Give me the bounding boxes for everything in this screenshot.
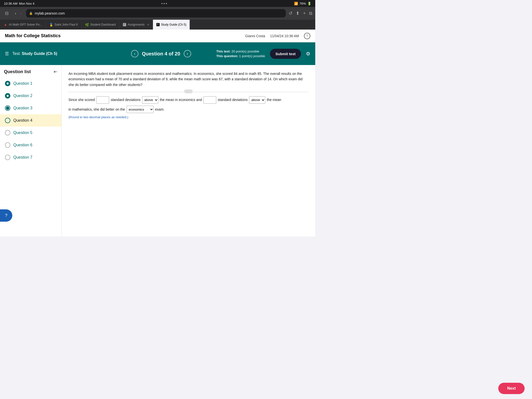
math-std-dev-input[interactable] bbox=[203, 96, 216, 104]
settings-button[interactable]: ⚙ bbox=[306, 51, 310, 57]
question-5-label: Question 5 bbox=[13, 131, 32, 135]
hamburger-menu[interactable]: ☰ bbox=[5, 51, 9, 56]
tab-study-guide-label: Study Guide (Ch 5) bbox=[161, 23, 186, 26]
day: Mon Nov 4 bbox=[19, 2, 34, 5]
forward-button[interactable]: › bbox=[19, 10, 23, 17]
battery-icon: 🔋 bbox=[307, 2, 311, 5]
test-header-left: ☰ Test: Study Guide (Ch 5) bbox=[5, 51, 106, 56]
tab-assignments-icon: 🅿 bbox=[123, 23, 126, 27]
answer-row1-mid: standard deviations bbox=[111, 96, 140, 104]
tab-student-dashboard-icon: 🌿 bbox=[85, 23, 89, 27]
question-item-1[interactable]: Question 1 bbox=[0, 77, 61, 90]
question-1-label: Question 1 bbox=[13, 81, 32, 86]
browser-actions: ↺ ⬆ + ⧉ bbox=[289, 11, 312, 16]
help-bubble[interactable]: ? bbox=[0, 209, 12, 222]
question-6-radio bbox=[5, 142, 10, 148]
exam-choice-select[interactable]: economics mathematics both bbox=[127, 106, 154, 113]
lock-icon: 🔒 bbox=[29, 12, 33, 15]
main-layout: Question list ⇤ Question 1 Question 2 Qu… bbox=[0, 65, 315, 236]
sidebar-header: Question list ⇤ bbox=[0, 65, 61, 77]
new-tab-button[interactable]: + bbox=[303, 11, 306, 16]
test-points: This test: 20 point(s) possible This que… bbox=[216, 49, 265, 59]
page-title: Math for College Statistics bbox=[5, 33, 61, 38]
answer-row2-before: in mathematics, she did better on the bbox=[68, 106, 125, 113]
reload-button[interactable]: ↺ bbox=[289, 11, 292, 16]
math-above-below-select[interactable]: above below bbox=[249, 96, 265, 104]
sidebar-title: Question list bbox=[4, 69, 31, 74]
status-bar: 10:36 AM Mon Nov 4 📶 76% 🔋 bbox=[0, 0, 315, 7]
question-item-2[interactable]: Question 2 bbox=[0, 90, 61, 102]
this-test-points: 20 point(s) possible bbox=[232, 50, 259, 53]
tab-student-dashboard[interactable]: 🌿 Student Dashboard bbox=[82, 20, 119, 30]
question-item-4[interactable]: Question 4 bbox=[0, 114, 61, 127]
submit-test-button[interactable]: Submit test bbox=[270, 49, 301, 59]
tab-study-guide[interactable]: 🅿 Study Guide (Ch 5) bbox=[153, 20, 190, 30]
next-question-button[interactable]: › bbox=[184, 50, 191, 57]
test-label: Test: Study Guide (Ch 5) bbox=[12, 51, 57, 56]
browser-chrome: ⊟ ‹ › 🔒 mylab.pearson.com ↺ ⬆ + ⧉ bbox=[0, 7, 315, 20]
question-2-label: Question 2 bbox=[13, 94, 32, 98]
this-question-label: This question: bbox=[216, 54, 238, 58]
answer-row-1: Since she scored standard deviations abo… bbox=[68, 96, 308, 104]
wifi-icon: 📶 bbox=[294, 2, 298, 5]
question-7-label: Question 7 bbox=[13, 155, 32, 160]
answer-row-2: in mathematics, she did better on the ec… bbox=[68, 106, 308, 113]
content-area: An incoming MBA student took placement e… bbox=[62, 65, 315, 236]
page-header: Math for College Statistics Gianni Costa… bbox=[0, 30, 315, 42]
economics-above-below-select[interactable]: above below bbox=[142, 96, 158, 104]
status-bar-center bbox=[161, 3, 167, 4]
question-4-radio bbox=[5, 118, 10, 123]
tab-ai-math-icon: 🔺 bbox=[3, 23, 7, 27]
browser-tabs: 🔺 AI Math GPT Solver Po... 🏅 Saint John … bbox=[0, 20, 315, 30]
question-4-label: Question 4 bbox=[13, 118, 32, 123]
dot2 bbox=[164, 3, 165, 4]
status-bar-left: 10:36 AM Mon Nov 4 bbox=[4, 2, 34, 5]
divider: · · · bbox=[68, 92, 308, 92]
question-of: Question 4 of 20 bbox=[142, 51, 180, 57]
tab-assignments-close[interactable]: ✕ bbox=[147, 23, 149, 26]
tab-study-guide-icon: 🅿 bbox=[156, 23, 160, 27]
page-help-button[interactable]: ? bbox=[304, 33, 310, 39]
economics-std-dev-input[interactable] bbox=[96, 96, 109, 104]
question-5-radio bbox=[5, 130, 10, 135]
question-body: An incoming MBA student took placement e… bbox=[68, 71, 308, 87]
nav-buttons: ‹ › bbox=[13, 10, 23, 17]
status-bar-right: 📶 76% 🔋 bbox=[294, 2, 311, 5]
question-3-label: Question 3 bbox=[13, 106, 32, 110]
tab-ai-math-label: AI Math GPT Solver Po... bbox=[9, 23, 42, 26]
url-text: mylab.pearson.com bbox=[35, 11, 65, 15]
answer-row1-before: Since she scored bbox=[68, 96, 95, 104]
datetime: 11/04/24 10:36 AM bbox=[270, 34, 299, 38]
tab-saint-john[interactable]: 🏅 Saint John Paul II bbox=[46, 20, 82, 30]
question-3-radio bbox=[5, 105, 10, 111]
question-nav: ‹ Question 4 of 20 › bbox=[111, 50, 211, 57]
test-header: ☰ Test: Study Guide (Ch 5) ‹ Question 4 … bbox=[0, 42, 315, 65]
question-item-7[interactable]: Question 7 bbox=[0, 151, 61, 164]
sidebar-toggle-button[interactable]: ⊟ bbox=[3, 10, 10, 17]
time: 10:36 AM bbox=[4, 2, 17, 5]
question-6-label: Question 6 bbox=[13, 143, 32, 147]
this-question-points: 1 point(s) possible bbox=[239, 54, 265, 58]
answer-row1-end: the mean bbox=[267, 96, 281, 104]
test-name: Study Guide (Ch 5) bbox=[22, 51, 57, 56]
address-bar[interactable]: 🔒 mylab.pearson.com bbox=[26, 9, 286, 17]
tab-ai-math[interactable]: 🔺 AI Math GPT Solver Po... bbox=[0, 20, 46, 30]
question-item-3[interactable]: Question 3 bbox=[0, 102, 61, 114]
collapse-sidebar-button[interactable]: ⇤ bbox=[54, 69, 57, 74]
prev-question-button[interactable]: ‹ bbox=[131, 50, 138, 57]
tab-assignments[interactable]: 🅿 Assignments ✕ bbox=[119, 20, 153, 30]
question-1-radio bbox=[5, 81, 10, 86]
answer-row1-mid2: the mean in economics and bbox=[160, 96, 202, 104]
back-button[interactable]: ‹ bbox=[13, 10, 18, 17]
tab-saint-john-icon: 🏅 bbox=[49, 23, 53, 27]
question-item-5[interactable]: Question 5 bbox=[0, 127, 61, 139]
test-header-right: This test: 20 point(s) possible This que… bbox=[216, 49, 310, 59]
answer-row2-end: exam. bbox=[155, 106, 165, 113]
tabs-button[interactable]: ⧉ bbox=[309, 11, 312, 16]
question-item-6[interactable]: Question 6 bbox=[0, 139, 61, 151]
battery-text: 76% bbox=[299, 2, 306, 5]
tab-student-dashboard-label: Student Dashboard bbox=[90, 23, 116, 26]
share-button[interactable]: ⬆ bbox=[296, 11, 299, 16]
this-test-label: This test: bbox=[216, 50, 231, 53]
divider-handle[interactable]: · · · bbox=[184, 89, 193, 93]
